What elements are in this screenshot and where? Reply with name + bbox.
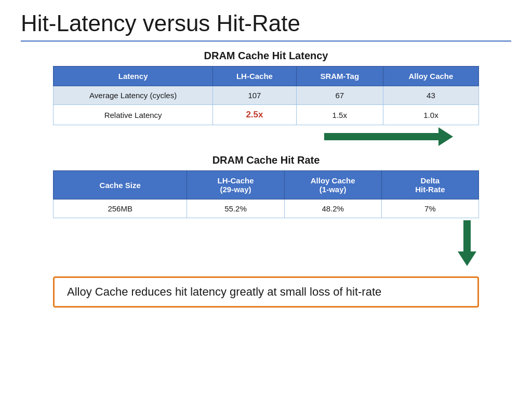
table1-header-row: Latency LH-Cache SRAM-Tag Alloy Cache [54, 66, 479, 86]
arrow-head-down-icon [458, 251, 476, 266]
avg-alloy-val: 43 [383, 86, 478, 105]
avg-latency-label: Average Latency (cycles) [54, 86, 213, 105]
table2-col1-header: Cache Size [54, 171, 187, 200]
alloy-hitrate-val: 48.2% [284, 200, 381, 218]
table-row: Average Latency (cycles) 107 67 43 [54, 86, 479, 105]
hitrate-section: DRAM Cache Hit Rate Cache Size LH-Cache(… [21, 154, 511, 266]
latency-table: Latency LH-Cache SRAM-Tag Alloy Cache Av… [53, 66, 479, 125]
avg-lhcache-val: 107 [213, 86, 296, 105]
table2-header-row: Cache Size LH-Cache(29-way) Alloy Cache(… [54, 171, 479, 200]
latency-section: DRAM Cache Hit Latency Latency LH-Cache … [21, 50, 511, 149]
table2-col2-header: LH-Cache(29-way) [187, 171, 284, 200]
rel-alloy-val: 1.0x [383, 105, 478, 125]
cache-size-val: 256MB [54, 200, 187, 218]
lhcache-hitrate-val: 55.2% [187, 200, 284, 218]
table1-col3-header: SRAM-Tag [296, 66, 383, 86]
right-arrow-container [53, 127, 479, 146]
table1-caption: DRAM Cache Hit Latency [204, 50, 328, 62]
down-arrow [458, 220, 476, 266]
table1-col2-header: LH-Cache [213, 66, 296, 86]
table1-col4-header: Alloy Cache [383, 66, 478, 86]
summary-box: Alloy Cache reduces hit latency greatly … [53, 276, 479, 308]
arrow-shaft-horizontal [324, 133, 438, 140]
table-row: Relative Latency 2.5x 1.5x 1.0x [54, 105, 479, 125]
page-container: Hit-Latency versus Hit-Rate DRAM Cache H… [0, 0, 532, 399]
page-title: Hit-Latency versus Hit-Rate [21, 10, 511, 42]
arrow-shaft-vertical [463, 220, 471, 251]
delta-hitrate-val: 7% [381, 200, 478, 218]
summary-text: Alloy Cache reduces hit latency greatly … [67, 285, 381, 298]
arrow-head-right-icon [438, 127, 453, 146]
avg-sramtag-val: 67 [296, 86, 383, 105]
down-arrow-container [53, 220, 479, 266]
table2-caption: DRAM Cache Hit Rate [212, 154, 320, 166]
rel-lhcache-val: 2.5x [213, 105, 296, 125]
table2-col4-header: DeltaHit-Rate [381, 171, 478, 200]
hitrate-table: Cache Size LH-Cache(29-way) Alloy Cache(… [53, 170, 479, 218]
table1-col1-header: Latency [54, 66, 213, 86]
rel-lhcache-highlight: 2.5x [246, 110, 263, 119]
right-arrow [324, 127, 453, 146]
table2-col3-header: Alloy Cache(1-way) [284, 171, 381, 200]
summary-section: Alloy Cache reduces hit latency greatly … [21, 271, 511, 308]
rel-latency-label: Relative Latency [54, 105, 213, 125]
rel-sramtag-val: 1.5x [296, 105, 383, 125]
table-row: 256MB 55.2% 48.2% 7% [54, 200, 479, 218]
